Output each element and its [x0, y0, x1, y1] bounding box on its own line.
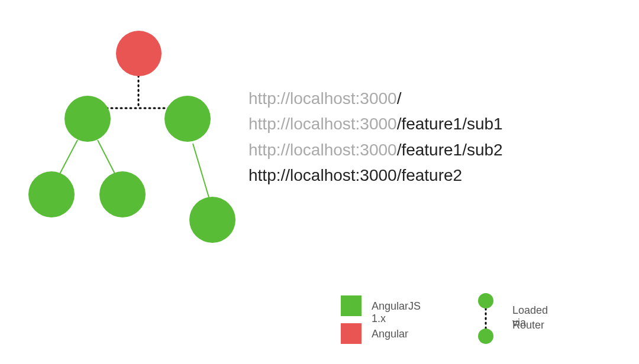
- route-path: /feature2: [397, 166, 463, 184]
- route-row: http://localhost:3000/: [248, 86, 503, 111]
- legend-label-green: AngularJS 1.x: [372, 300, 421, 325]
- route-path: /: [397, 89, 402, 108]
- legend-swatch-red: [341, 323, 362, 344]
- node-right: [164, 96, 211, 142]
- route-base: http://localhost:3000: [248, 166, 397, 184]
- legend-swatch-green: [341, 295, 362, 316]
- route-base: http://localhost:3000: [248, 89, 397, 108]
- legend-router-dots: [478, 308, 493, 329]
- node-right-a: [189, 197, 235, 243]
- legend-router-node-bottom: [478, 329, 493, 344]
- route-path: /feature1/sub2: [397, 141, 503, 159]
- route-row: http://localhost:3000/feature1/sub2: [248, 137, 503, 162]
- route-path: /feature1/sub1: [397, 115, 503, 133]
- route-row: http://localhost:3000/feature1/sub1: [248, 111, 503, 136]
- node-left-a: [28, 171, 75, 217]
- route-row: http://localhost:3000/feature2: [248, 162, 503, 188]
- legend-router-line2: Router: [512, 319, 544, 332]
- route-base: http://localhost:3000: [248, 141, 397, 159]
- legend-label-red: Angular: [372, 328, 408, 340]
- legend-router-node-top: [478, 293, 493, 308]
- slide-canvas: http://localhost:3000/ http://localhost:…: [0, 0, 639, 364]
- node-left: [64, 96, 111, 142]
- node-left-b: [99, 171, 146, 217]
- route-list: http://localhost:3000/ http://localhost:…: [248, 86, 503, 188]
- node-root: [116, 31, 162, 76]
- route-base: http://localhost:3000: [248, 115, 397, 133]
